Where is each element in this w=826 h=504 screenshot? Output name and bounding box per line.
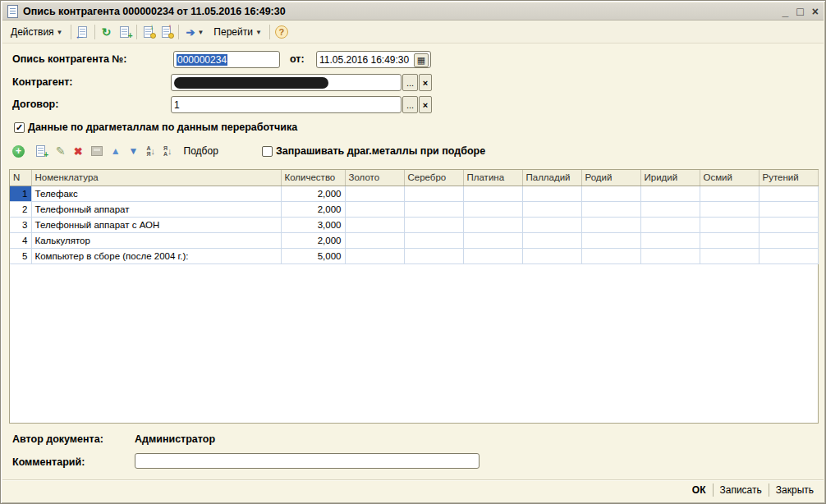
maximize-button[interactable]: □ <box>796 6 803 17</box>
table-cell[interactable] <box>759 248 818 263</box>
table-cell[interactable]: 2,000 <box>281 201 345 217</box>
sort-descending-icon[interactable]: ЯА ↓ <box>163 145 172 157</box>
ok-button[interactable]: ОК <box>686 482 713 498</box>
table-cell[interactable] <box>759 186 818 201</box>
table-cell[interactable] <box>759 232 818 248</box>
table-row[interactable]: 2Телефонный аппарат2,000 <box>10 201 818 217</box>
table-cell[interactable] <box>581 248 640 263</box>
table-cell[interactable]: 2,000 <box>281 232 345 248</box>
table-cell[interactable] <box>581 217 640 232</box>
column-header[interactable]: Иридий <box>640 170 700 186</box>
items-grid[interactable]: NНоменклатураКоличествоЗолотоСереброПлат… <box>9 169 819 424</box>
table-cell[interactable] <box>404 232 463 248</box>
contractor-input[interactable] <box>171 74 402 91</box>
table-cell[interactable] <box>345 201 404 217</box>
post-document-button[interactable]: ↓ <box>140 24 157 40</box>
table-cell[interactable]: 5 <box>10 248 31 263</box>
number-input[interactable]: 000000234 <box>173 51 280 68</box>
close-window-button[interactable]: Закрыть <box>769 482 820 498</box>
table-cell[interactable] <box>463 248 522 263</box>
table-cell[interactable]: Телефонный аппарат с АОН <box>31 217 281 232</box>
table-cell[interactable] <box>581 232 640 248</box>
table-cell[interactable]: 2,000 <box>281 186 345 201</box>
table-cell[interactable] <box>345 232 404 248</box>
delete-row-icon[interactable]: ✖ <box>74 145 83 158</box>
table-cell[interactable]: 3,000 <box>281 217 345 232</box>
comment-input[interactable] <box>135 453 480 469</box>
table-cell[interactable] <box>463 232 522 248</box>
refresh-button[interactable]: ↻ <box>99 24 115 40</box>
related-documents-button[interactable]: ➔ ▼ <box>181 23 209 42</box>
column-header[interactable]: Палладий <box>522 170 581 186</box>
close-button[interactable]: × <box>812 6 819 17</box>
column-header[interactable]: Родий <box>581 170 640 186</box>
column-header[interactable]: Золото <box>345 170 404 186</box>
contract-clear-button[interactable]: × <box>419 96 432 113</box>
table-row[interactable]: 4Калькулятор2,000 <box>10 232 818 248</box>
pick-button[interactable]: Подбор <box>181 144 222 158</box>
contractor-clear-button[interactable]: × <box>419 74 432 91</box>
table-cell[interactable] <box>522 201 581 217</box>
table-cell[interactable] <box>640 217 700 232</box>
edit-row-icon[interactable]: ✎ <box>56 144 66 158</box>
table-cell[interactable]: Калькулятор <box>31 232 281 248</box>
finish-editing-icon[interactable] <box>91 146 103 156</box>
table-cell[interactable] <box>522 186 581 201</box>
table-cell[interactable] <box>345 217 404 232</box>
date-input[interactable]: 11.05.2016 16:49:30 ▦ <box>316 51 431 68</box>
column-header[interactable]: Осмий <box>700 170 759 186</box>
table-cell[interactable] <box>759 201 818 217</box>
save-button[interactable]: Записать <box>714 482 769 498</box>
table-cell[interactable] <box>463 201 522 217</box>
column-header[interactable]: Платина <box>463 170 522 186</box>
column-header[interactable]: Количество <box>281 170 345 186</box>
ask-metals-checkbox[interactable] <box>262 146 273 157</box>
table-cell[interactable] <box>640 186 700 201</box>
table-cell[interactable] <box>640 201 700 217</box>
table-cell[interactable] <box>404 186 463 201</box>
actions-menu-button[interactable]: Действия ▼ <box>6 23 68 41</box>
table-cell[interactable] <box>345 186 404 201</box>
table-cell[interactable] <box>463 217 522 232</box>
table-cell[interactable] <box>700 186 759 201</box>
table-row[interactable]: 3Телефонный аппарат с АОН3,000 <box>10 217 818 232</box>
contract-input[interactable]: 1 <box>171 96 402 113</box>
table-cell[interactable] <box>581 186 640 201</box>
column-header[interactable]: Серебро <box>404 170 463 186</box>
column-header[interactable]: Номенклатура <box>31 170 281 186</box>
table-cell[interactable] <box>640 248 700 263</box>
table-cell[interactable] <box>463 186 522 201</box>
contract-lookup-button[interactable]: ... <box>402 96 418 113</box>
table-cell[interactable] <box>640 232 700 248</box>
table-cell[interactable]: 5,000 <box>281 248 345 263</box>
table-cell[interactable] <box>700 217 759 232</box>
column-header[interactable]: N <box>10 170 31 186</box>
table-cell[interactable] <box>700 248 759 263</box>
move-down-icon[interactable]: ▼ <box>129 145 139 157</box>
table-cell[interactable]: 4 <box>10 232 31 248</box>
contractor-lookup-button[interactable]: ... <box>402 74 418 91</box>
table-cell[interactable]: Телефонный аппарат <box>31 201 281 217</box>
add-row-icon[interactable]: + <box>12 145 25 158</box>
table-cell[interactable]: Телефакс <box>31 186 281 201</box>
table-cell[interactable] <box>404 248 463 263</box>
table-cell[interactable] <box>404 201 463 217</box>
sort-ascending-icon[interactable]: АЯ ↓ <box>146 145 155 157</box>
calendar-button[interactable]: ▦ <box>414 53 429 67</box>
table-cell[interactable] <box>700 232 759 248</box>
metals-data-checkbox-label[interactable]: Данные по драгметаллам по данным перераб… <box>28 121 297 133</box>
table-cell[interactable]: 2 <box>10 201 31 217</box>
write-document-button[interactable]: ← <box>75 24 91 40</box>
metals-data-checkbox[interactable]: ✓ <box>14 122 25 133</box>
table-cell[interactable] <box>522 217 581 232</box>
table-cell[interactable] <box>404 217 463 232</box>
table-cell[interactable] <box>700 201 759 217</box>
move-up-icon[interactable]: ▲ <box>111 145 121 157</box>
goto-menu-button[interactable]: Перейти ▼ <box>209 23 266 41</box>
table-cell[interactable]: 1 <box>10 186 31 201</box>
column-header[interactable]: Рутений <box>759 170 818 186</box>
copy-row-button[interactable]: + <box>34 144 47 158</box>
copy-document-button[interactable]: + <box>117 24 133 40</box>
titlebar[interactable]: Опись контрагента 000000234 от 11.05.201… <box>2 2 824 21</box>
ask-metals-checkbox-label[interactable]: Запрашивать драг.металлы при подборе <box>276 145 485 157</box>
